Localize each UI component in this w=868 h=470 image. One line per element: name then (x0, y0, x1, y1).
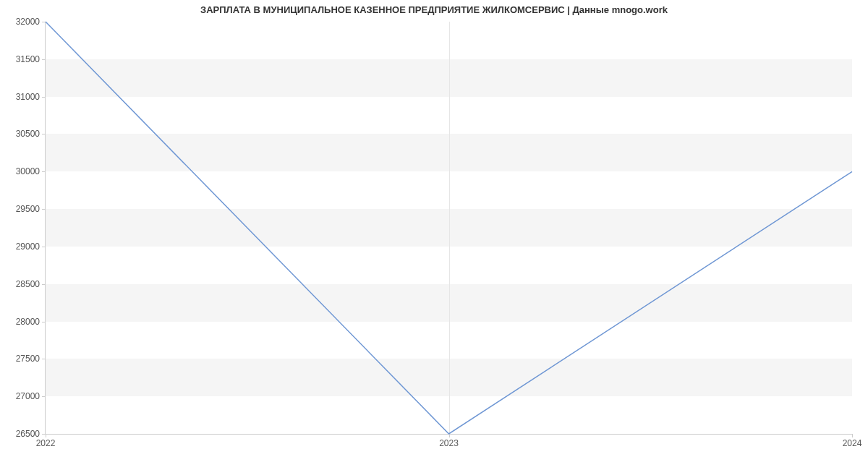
chart-title: ЗАРПЛАТА В МУНИЦИПАЛЬНОЕ КАЗЕННОЕ ПРЕДПР… (0, 4, 868, 15)
data-line (46, 22, 852, 434)
y-tick-label: 28000 (16, 317, 46, 327)
plot-area: 2650027000275002800028500290002950030000… (45, 22, 852, 435)
y-tick-label: 29000 (16, 242, 46, 252)
y-tick-label: 27000 (16, 391, 46, 401)
y-tick-label: 31000 (16, 92, 46, 102)
y-tick-label: 29500 (16, 204, 46, 214)
line-series (46, 22, 852, 434)
x-tick-mark (852, 434, 853, 437)
y-tick-label: 32000 (16, 17, 46, 27)
y-tick-label: 31500 (16, 54, 46, 64)
y-tick-label: 30500 (16, 129, 46, 139)
y-tick-label: 28500 (16, 279, 46, 289)
y-tick-label: 27500 (16, 354, 46, 364)
y-tick-label: 30000 (16, 166, 46, 176)
chart-container: ЗАРПЛАТА В МУНИЦИПАЛЬНОЕ КАЗЕННОЕ ПРЕДПР… (0, 0, 868, 470)
x-tick-mark (46, 434, 46, 437)
